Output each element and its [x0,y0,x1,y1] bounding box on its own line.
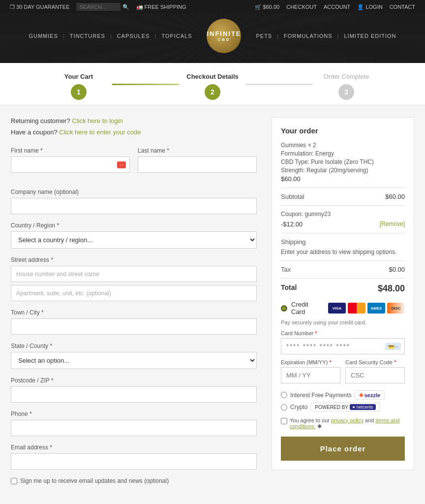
free-shipping-text: 🚛 FREE SHIPPING [136,4,186,10]
nav-gummies[interactable]: GUMMIES [24,29,63,43]
state-label: State / County * [11,343,257,349]
place-order-button[interactable]: Place order [281,437,405,461]
order-summary-col: Your order Gummies × 2 Formulation: Ener… [272,117,414,484]
search-area[interactable]: 🔍 [76,3,129,11]
contact-link[interactable]: CONTACT [390,4,415,10]
csc-required-star: * [394,359,396,365]
order-title: Your order [281,126,405,135]
country-group: Country / Region * Select a country / re… [11,222,257,249]
step-3-label: Order Complete [324,73,369,80]
expiry-input[interactable] [281,367,340,383]
logo-text-sub: CBD [217,37,230,42]
nav-topicals[interactable]: TOPICALS [156,29,197,43]
cart-link[interactable]: 🛒 $60.00 [255,4,280,10]
country-select[interactable]: Select a country / region... [11,231,257,249]
terms-checkbox[interactable] [281,418,287,424]
coupon-row: Coupon: gummy23 [281,211,405,218]
nav-pets[interactable]: PETS [251,29,277,43]
top-bar-left: ❐ 30 DAY GUARANTEE 🔍 🚛 FREE SHIPPING [10,3,186,11]
street-label: Street address * [11,256,257,263]
phone-input[interactable] [11,420,257,436]
company-group: Company name (optional) [11,189,257,214]
shipping-label-row: Shipping [281,238,405,246]
last-name-group: Last name * [138,147,257,173]
step-3-circle: 3 [338,84,354,100]
subtotal-value: $60.00 [385,193,405,200]
search-input[interactable] [76,3,121,11]
product-detail2: CBD Type: Pure Isolate (Zero THC) [281,158,405,165]
last-name-input[interactable] [138,157,257,173]
remove-coupon-link[interactable]: [Remove] [380,220,405,228]
secure-text: Pay securely using your credit card. [281,319,405,325]
crypto-radio[interactable] [281,404,287,410]
company-input[interactable] [11,198,257,214]
tax-row: Tax $0.00 [281,266,405,273]
logo-text-main: iNFiNiTE [207,30,241,37]
postcode-label: Postcode / ZIP * [11,377,257,384]
state-select[interactable]: Select an option... [11,352,257,369]
steps-bar: Your Cart 1 Checkout Details 2 Order Com… [0,63,425,105]
first-name-input[interactable] [11,157,130,173]
first-name-group: First name * ··· [11,147,130,173]
card-required-star: * [315,330,317,336]
logo: iNFiNiTE CBD [207,19,241,53]
terms-line: You agree to our privacy policy and term… [281,417,405,430]
checkout-link[interactable]: CHECKOUT [286,4,317,10]
sezzle-label: Interest Free Payments [290,392,352,399]
nav-limited-edition[interactable]: LIMITED EDITION [339,29,401,43]
visa-logo: VISA [328,303,346,314]
first-name-input-wrap: ··· [11,157,130,173]
tax-value: $0.00 [389,266,405,273]
steps-container: Your Cart 1 Checkout Details 2 Order Com… [45,73,380,100]
step-2-circle: 2 [205,84,220,100]
nav-capsules[interactable]: CAPSULES [112,29,155,43]
subtotal-label: Subtotal [281,193,304,200]
coupon-link[interactable]: Click here to enter your code [59,128,141,136]
expiry-label: Expiration (MM/YY) * [281,359,340,365]
account-link[interactable]: ACCOUNT [324,4,350,10]
city-label: Town / City * [11,309,257,316]
nav-tinctures[interactable]: TINCTURES [65,29,110,43]
discover-logo: DISC [387,303,405,314]
email-input[interactable] [11,453,257,470]
company-label: Company name (optional) [11,189,257,195]
card-icon: 💳··· [385,343,401,350]
total-value: $48.00 [378,284,405,294]
subtotal-row: Subtotal $60.00 [281,193,405,200]
product-price: $60.00 [281,175,405,183]
step-3: Order Complete 3 [313,73,380,100]
city-input[interactable] [11,318,257,335]
privacy-link[interactable]: privacy policy [331,417,364,423]
street-input[interactable] [11,266,257,282]
product-detail3: Strength: Regular (20mg/serving) [281,167,405,174]
login-link[interactable]: 👤 LOGIN [357,4,382,10]
step-line-1 [112,84,179,85]
first-name-icon-badge: ··· [117,161,126,168]
card-number-label: Card Number * [281,330,405,336]
credit-card-option: Credit Card VISA AMEX DISC [281,301,405,315]
crypto-label: Crypto [290,404,307,410]
postcode-input[interactable] [11,386,257,403]
sezzle-radio[interactable] [281,392,287,398]
country-label: Country / Region * [11,222,257,229]
login-link-form[interactable]: Click here to login [72,117,122,125]
amex-logo: AMEX [367,303,385,314]
sezzle-option: Interest Free Payments ◆ sezzle [281,390,405,400]
terms-text: You agree to our privacy policy and term… [290,417,405,430]
state-group: State / County * Select an option... [11,343,257,369]
total-row: Total $48.00 [281,284,405,294]
step-2-label: Checkout Details [186,73,238,80]
expiry-required-star: * [329,359,331,365]
apt-input[interactable] [11,285,257,301]
credit-card-radio[interactable] [281,305,287,312]
coupon-code: Coupon: gummy23 [281,211,331,218]
shipping-label: Shipping [281,238,306,246]
total-label: Total [281,284,297,294]
csc-group: Card Security Code * [345,359,405,383]
signup-checkbox[interactable] [11,478,17,484]
last-name-label: Last name * [138,147,257,154]
phone-label: Phone * [11,410,257,417]
csc-input[interactable] [345,367,405,383]
csc-label: Card Security Code * [345,359,405,365]
nav-formulations[interactable]: FORMULATIONS [279,29,337,43]
